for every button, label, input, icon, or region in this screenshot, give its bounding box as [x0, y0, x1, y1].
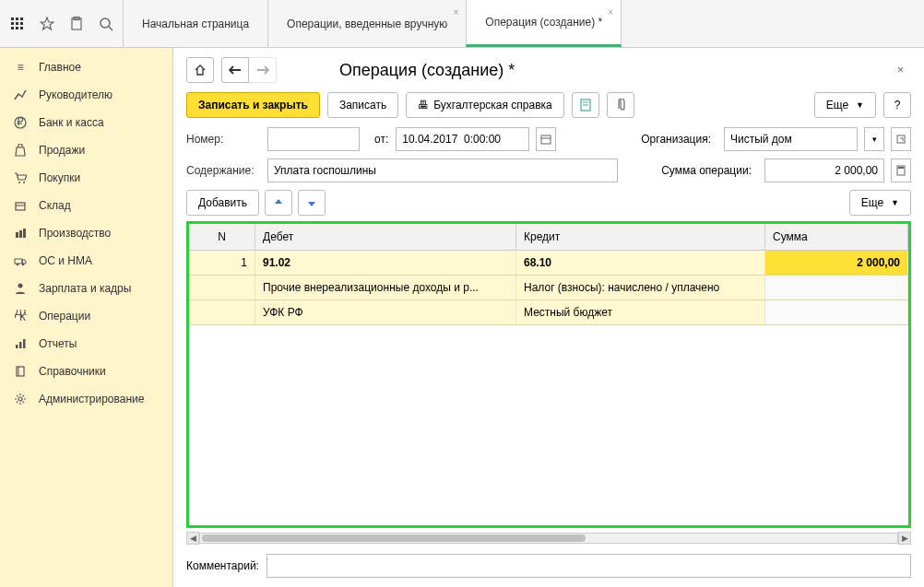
sidebar-item-admin[interactable]: Администрирование: [0, 385, 172, 413]
sidebar-item-bank[interactable]: ₽Банк и касса: [0, 109, 172, 136]
content-input[interactable]: [267, 158, 618, 182]
open-button[interactable]: [891, 127, 911, 151]
home-button[interactable]: [186, 57, 214, 83]
sidebar-item-sales[interactable]: Продажи: [0, 136, 172, 164]
add-button[interactable]: Добавить: [186, 190, 259, 216]
org-label: Организация:: [641, 133, 711, 146]
save-close-button[interactable]: Записать и закрыть: [186, 92, 320, 118]
tab-operation-create[interactable]: Операция (создание) *×: [466, 0, 622, 47]
svg-text:₽: ₽: [17, 116, 24, 128]
svg-point-16: [23, 182, 25, 183]
star-icon[interactable]: [39, 16, 55, 32]
sidebar-item-os-nma[interactable]: ОС и НМА: [0, 247, 172, 275]
more-button[interactable]: Еще▼: [814, 92, 876, 118]
scroll-right-button[interactable]: ▶: [898, 532, 911, 545]
calendar-button[interactable]: [536, 127, 556, 151]
sidebar-item-label: Руководителю: [39, 88, 113, 101]
number-label: Номер:: [186, 133, 260, 146]
box-icon: [13, 198, 28, 213]
table-more-button[interactable]: Еще▼: [849, 190, 911, 216]
table-toolbar: Добавить Еще▼: [186, 190, 911, 216]
sidebar-item-operations[interactable]: ДтКтОперации: [0, 302, 172, 330]
cell-debit-analytics1[interactable]: Прочие внереализационные доходы и р...: [255, 276, 516, 300]
sum-input[interactable]: [764, 158, 884, 182]
tab-home[interactable]: Начальная страница: [123, 0, 268, 47]
button-label: Еще: [861, 196, 883, 209]
sidebar-item-main[interactable]: ≡Главное: [0, 53, 172, 81]
dropdown-button[interactable]: ▾: [864, 127, 884, 151]
search-icon[interactable]: [98, 16, 114, 32]
back-button[interactable]: [221, 57, 249, 83]
apps-icon[interactable]: [9, 16, 26, 32]
cell-n[interactable]: 1: [189, 251, 255, 276]
sidebar-item-label: Главное: [39, 61, 81, 74]
table-row[interactable]: УФК РФ Местный бюджет: [189, 300, 908, 325]
close-button[interactable]: ×: [890, 60, 911, 80]
cell-credit-analytics2[interactable]: Местный бюджет: [516, 300, 765, 325]
chevron-down-icon: ▼: [891, 198, 899, 207]
sidebar-item-stock[interactable]: Склад: [0, 192, 172, 219]
sidebar-item-catalogs[interactable]: Справочники: [0, 358, 172, 385]
cell-debit-account[interactable]: 91.02: [255, 251, 516, 276]
sidebar-item-label: Продажи: [39, 144, 85, 157]
move-down-button[interactable]: [298, 190, 326, 216]
horizontal-scrollbar[interactable]: ◀ ▶: [186, 532, 911, 545]
org-input[interactable]: [724, 127, 858, 151]
svg-rect-0: [11, 18, 14, 20]
date-label: от:: [374, 133, 388, 146]
table-row[interactable]: Прочие внереализационные доходы и р... Н…: [189, 276, 908, 300]
sidebar-item-salary[interactable]: Зарплата и кадры: [0, 275, 172, 302]
svg-rect-37: [541, 135, 551, 144]
svg-rect-8: [20, 27, 23, 29]
top-bar: Начальная страница Операции, введенные в…: [0, 0, 924, 48]
close-icon[interactable]: ×: [608, 7, 613, 18]
col-header-n[interactable]: N: [189, 224, 255, 250]
svg-rect-3: [11, 22, 14, 25]
form-row-number: Номер: от: Организация: ▾: [186, 127, 911, 151]
cell-debit-analytics2[interactable]: УФК РФ: [255, 300, 516, 325]
help-button[interactable]: ?: [883, 92, 911, 118]
sidebar-item-production[interactable]: Производство: [0, 219, 172, 247]
tab-label: Начальная страница: [142, 18, 249, 30]
scroll-thumb[interactable]: [202, 534, 586, 542]
tab-operations-list[interactable]: Операции, введенные вручную×: [267, 0, 467, 47]
svg-text:Кт: Кт: [19, 311, 27, 323]
number-input[interactable]: [267, 127, 360, 151]
sum-label: Сумма операции:: [661, 164, 752, 177]
svg-rect-5: [20, 22, 23, 25]
sidebar-item-label: Зарплата и кадры: [39, 282, 131, 295]
content: Операция (создание) * × Записать и закры…: [173, 48, 924, 587]
person-icon: [13, 281, 28, 296]
col-header-debit[interactable]: Дебет: [255, 224, 516, 250]
cell-sum[interactable]: 2 000,00: [765, 251, 908, 276]
sidebar-item-reports[interactable]: Отчеты: [0, 330, 172, 358]
save-button[interactable]: Записать: [327, 92, 398, 118]
button-label: Бухгалтерская справка: [433, 99, 552, 112]
scroll-track[interactable]: [199, 533, 898, 544]
cell-credit-account[interactable]: 68.10: [516, 251, 765, 276]
clipboard-icon[interactable]: [68, 16, 85, 32]
cell-credit-analytics1[interactable]: Налог (взносы): начислено / уплачено: [516, 276, 765, 300]
scroll-left-button[interactable]: ◀: [186, 532, 199, 545]
calculator-button[interactable]: [891, 158, 911, 182]
chevron-down-icon: ▼: [856, 100, 864, 110]
col-header-credit[interactable]: Кредит: [516, 224, 765, 250]
date-input[interactable]: [396, 127, 529, 151]
sidebar-item-label: ОС и НМА: [39, 254, 92, 267]
svg-point-24: [22, 264, 25, 266]
move-up-button[interactable]: [265, 190, 292, 216]
menu-icon: ≡: [13, 60, 28, 75]
comment-input[interactable]: [267, 554, 911, 578]
sidebar-item-purchases[interactable]: Покупки: [0, 164, 172, 192]
doc-button[interactable]: [572, 92, 599, 118]
attach-button[interactable]: [607, 92, 634, 118]
table-row[interactable]: 1 91.02 68.10 2 000,00: [189, 251, 908, 276]
cart-icon: [13, 170, 28, 185]
sidebar-item-manager[interactable]: Руководителю: [0, 81, 172, 109]
top-icons: [0, 0, 124, 47]
close-icon[interactable]: ×: [453, 7, 458, 18]
forward-button[interactable]: [249, 57, 277, 83]
print-reference-button[interactable]: 🖶Бухгалтерская справка: [406, 92, 564, 118]
col-header-sum[interactable]: Сумма: [765, 224, 908, 250]
truck-icon: [13, 253, 28, 268]
